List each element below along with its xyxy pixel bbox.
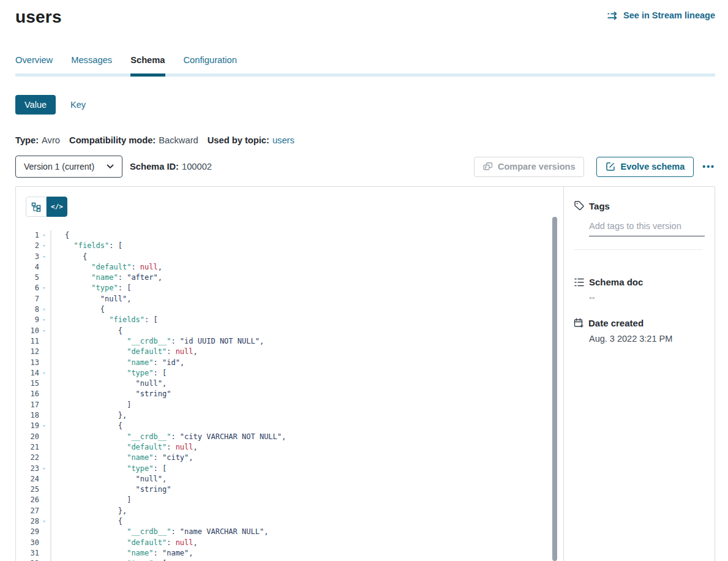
code-editor[interactable]: 1▾{2▾ "fields": [3▾ {4 "default": null,5… xyxy=(16,230,563,561)
line-number: 13 xyxy=(16,358,39,368)
scrollbar-thumb[interactable] xyxy=(552,217,557,561)
code-line: 30 "default": null, xyxy=(16,538,563,548)
code-text: { xyxy=(50,230,69,241)
code-view-icon: </> xyxy=(51,203,63,211)
line-number: 10 xyxy=(16,326,39,336)
code-text: "name": "id", xyxy=(50,358,184,368)
tag-icon xyxy=(574,200,585,211)
compare-versions-button[interactable]: Compare versions xyxy=(474,157,585,177)
code-text: "string" xyxy=(50,484,171,495)
line-number: 17 xyxy=(16,400,39,410)
line-number: 21 xyxy=(16,442,39,453)
line-number: 12 xyxy=(16,347,39,357)
fold-spacer xyxy=(39,538,49,548)
fold-spacer xyxy=(39,474,49,484)
fold-toggle-icon[interactable]: ▾ xyxy=(39,241,49,251)
code-text: "name": "after", xyxy=(50,273,162,283)
fold-spacer xyxy=(39,336,49,347)
calendar-add-icon xyxy=(574,318,584,328)
fold-spacer xyxy=(39,347,49,357)
fold-spacer xyxy=(39,378,49,389)
code-line: 25 "string" xyxy=(16,484,563,495)
code-text: "null", xyxy=(50,378,167,389)
fold-toggle-icon[interactable]: ▾ xyxy=(39,464,49,474)
line-number: 19 xyxy=(16,421,39,431)
fold-spacer xyxy=(39,495,49,505)
fold-spacer xyxy=(39,548,49,559)
code-line: 3▾ { xyxy=(16,252,563,262)
fold-toggle-icon[interactable]: ▾ xyxy=(39,283,49,293)
code-text: "null", xyxy=(50,294,131,304)
fold-toggle-icon[interactable]: ▾ xyxy=(39,421,49,431)
code-line: 21 "default": null, xyxy=(16,442,563,453)
fold-toggle-icon[interactable]: ▾ xyxy=(39,559,49,561)
compatibility-label: Compatibility mode: xyxy=(69,135,156,145)
tab-schema[interactable]: Schema xyxy=(130,55,165,77)
fold-toggle-icon[interactable]: ▾ xyxy=(39,252,49,262)
code-text: "null", xyxy=(50,474,167,484)
code-line: 15 "null", xyxy=(16,378,563,389)
code-text: "type": [ xyxy=(50,464,167,474)
code-line: 23▾ "type": [ xyxy=(16,464,563,474)
fold-toggle-icon[interactable]: ▾ xyxy=(39,368,49,378)
line-number: 11 xyxy=(16,336,39,347)
schema-controls-row: Version 1 (current) Schema ID: 100002 Co… xyxy=(15,156,715,178)
code-line: 12 "default": null, xyxy=(16,347,563,357)
line-number: 20 xyxy=(16,432,39,442)
tab-configuration[interactable]: Configuration xyxy=(184,55,237,77)
fold-spacer xyxy=(39,484,49,495)
tree-view-button[interactable] xyxy=(26,197,47,217)
code-text: "fields": [ xyxy=(50,315,158,325)
ellipsis-menu-icon[interactable]: ••• xyxy=(702,162,715,171)
version-select[interactable]: Version 1 (current) xyxy=(15,156,122,178)
stream-lineage-link[interactable]: See in Stream lineage xyxy=(607,10,715,20)
code-line: 14▾ "type": [ xyxy=(16,368,563,378)
line-number: 3 xyxy=(16,252,39,262)
code-line: 17 ] xyxy=(16,400,563,410)
compatibility-value: Backward xyxy=(159,135,198,145)
chevron-down-icon xyxy=(107,164,114,169)
schema-id-value: 100002 xyxy=(182,162,212,171)
tab-overview[interactable]: Overview xyxy=(15,55,53,77)
fold-spacer xyxy=(39,294,49,304)
fold-toggle-icon[interactable]: ▾ xyxy=(39,230,49,241)
schema-type: Type: Avro xyxy=(15,135,60,145)
code-line: 32▾ "type": [ xyxy=(16,559,563,561)
stream-lineage-icon xyxy=(607,11,619,20)
code-text: { xyxy=(50,304,105,315)
key-toggle-button[interactable]: Key xyxy=(70,95,86,115)
tab-messages[interactable]: Messages xyxy=(71,55,112,77)
code-line: 20 "__crdb__": "city VARCHAR NOT NULL", xyxy=(16,432,563,442)
line-number: 31 xyxy=(16,548,39,559)
used-by-topic: Used by topic: users xyxy=(208,135,295,145)
code-text: { xyxy=(50,252,87,262)
value-key-toggle: Value Key xyxy=(15,95,715,115)
tab-bar: Overview Messages Schema Configuration xyxy=(15,55,715,77)
code-text: }, xyxy=(50,410,127,421)
code-text: }, xyxy=(50,506,127,516)
tags-title: Tags xyxy=(589,201,610,211)
code-text: "default": null, xyxy=(50,442,198,453)
tags-input[interactable] xyxy=(589,221,705,236)
code-line: 9▾ "fields": [ xyxy=(16,315,563,325)
fold-toggle-icon[interactable]: ▾ xyxy=(39,326,49,336)
value-toggle-button[interactable]: Value xyxy=(15,95,56,115)
fold-toggle-icon[interactable]: ▾ xyxy=(39,516,49,527)
type-value: Avro xyxy=(42,135,60,145)
line-number: 22 xyxy=(16,453,39,463)
line-number: 30 xyxy=(16,538,39,548)
evolve-schema-button[interactable]: Evolve schema xyxy=(596,157,694,177)
code-view-button[interactable]: </> xyxy=(47,197,67,217)
schema-meta-row: Type: Avro Compatibility mode: Backward … xyxy=(15,135,715,145)
date-created-section: Date created Aug. 3 2022 3:21 PM xyxy=(564,318,715,344)
topic-link[interactable]: users xyxy=(272,135,295,145)
line-number: 2 xyxy=(16,241,39,251)
code-line: 6▾ "type": [ xyxy=(16,283,563,293)
code-line: 7 "null", xyxy=(16,294,563,304)
code-line: 31 "name": "name", xyxy=(16,548,563,559)
fold-toggle-icon[interactable]: ▾ xyxy=(39,315,49,325)
code-text: { xyxy=(50,326,122,336)
fold-toggle-icon[interactable]: ▾ xyxy=(39,304,49,315)
code-text: ] xyxy=(50,495,131,505)
code-line: 2▾ "fields": [ xyxy=(16,241,563,251)
